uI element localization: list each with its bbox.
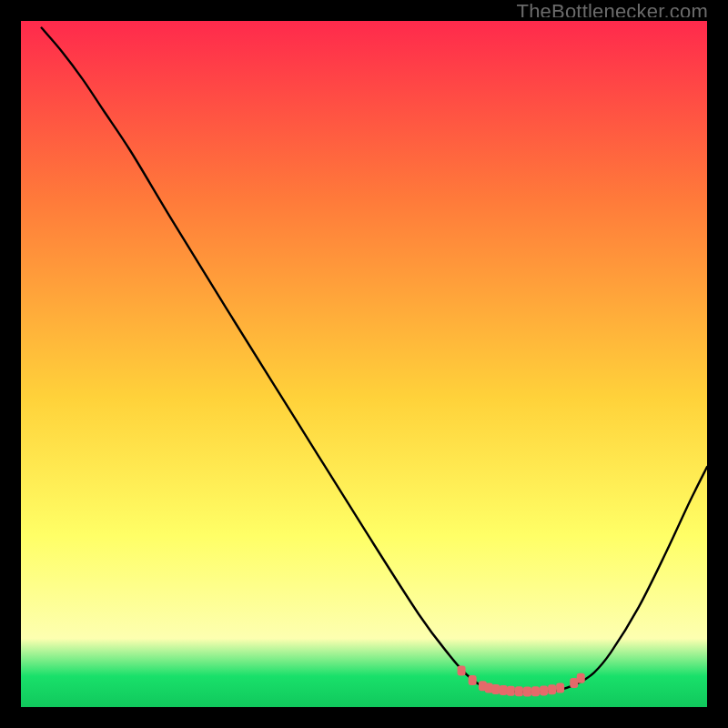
marker-point [577,673,585,683]
marker-point [458,666,466,676]
marker-point [491,684,500,694]
marker-point [556,682,564,693]
gradient-background [21,21,707,707]
marker-point [469,675,477,685]
plot-area [21,21,707,707]
marker-point [507,686,515,696]
marker-point [548,684,556,694]
marker-point [523,687,531,697]
chart-svg [21,21,707,707]
marker-point [515,686,523,696]
marker-point [500,685,508,695]
marker-point [531,686,540,696]
marker-point [540,685,548,695]
chart-frame [17,17,711,711]
